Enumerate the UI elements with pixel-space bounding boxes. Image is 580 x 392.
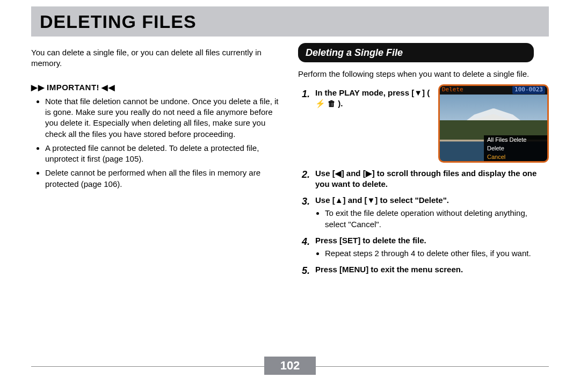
step-title: In the PLAY mode, press [▼] ( ⚡ 🗑 ). [315, 88, 431, 110]
section-intro: Perform the following steps when you wan… [298, 69, 549, 79]
step-number: 5. [298, 264, 310, 277]
step-number: 3. [298, 195, 310, 230]
content-columns: You can delete a single file, or you can… [31, 43, 549, 357]
screenshot-counter: 100-0023 [512, 86, 545, 94]
chevron-right-icon: ▶▶ [31, 82, 45, 93]
list-item: A protected file cannot be deleted. To d… [45, 143, 282, 165]
camera-screenshot: Delete 100-0023 All Files Delete Delete … [438, 84, 549, 163]
step-1: 1. In the PLAY mode, press [▼] ( ⚡ 🗑 ). … [298, 88, 549, 163]
list-item: Note that file deletion cannot be undone… [45, 96, 282, 140]
step-2: 2. Use [◀] and [▶] to scroll through fil… [298, 168, 549, 190]
important-heading: ▶▶ IMPORTANT! ◀◀ [31, 82, 282, 93]
screenshot-top-bar: Delete 100-0023 [440, 86, 547, 95]
step-title: Use [▲] and [▼] to select "Delete". [315, 195, 549, 206]
step-4: 4. Press [SET] to delete the file. Repea… [298, 235, 549, 259]
screenshot-menu: All Files Delete Delete Cancel [484, 135, 547, 161]
section-heading: Deleting a Single File [298, 43, 534, 62]
step-title: Press [MENU] to exit the menu screen. [315, 264, 549, 275]
menu-item-all-files-delete: All Files Delete [484, 135, 547, 144]
step-3: 3. Use [▲] and [▼] to select "Delete". T… [298, 195, 549, 230]
list-item: Delete cannot be performed when all the … [45, 168, 282, 190]
list-item: To exit the file delete operation withou… [325, 208, 549, 230]
step-title: Press [SET] to delete the file. [315, 235, 549, 246]
important-list: Note that file deletion cannot be undone… [45, 96, 282, 190]
step-sublist: To exit the file delete operation withou… [325, 208, 549, 230]
screenshot-mode-label: Delete [442, 86, 463, 94]
important-label: IMPORTANT! [47, 82, 99, 93]
right-column: Deleting a Single File Perform the follo… [298, 43, 549, 357]
step-5: 5. Press [MENU] to exit the menu screen. [298, 264, 549, 277]
page-number: 102 [264, 357, 316, 375]
list-item: Repeat steps 2 through 4 to delete other… [325, 248, 549, 259]
step-title: Use [◀] and [▶] to scroll through files … [315, 168, 549, 190]
page-title: DELETING FILES [40, 11, 197, 32]
menu-item-delete: Delete [484, 144, 547, 153]
step-sublist: Repeat steps 2 through 4 to delete other… [325, 248, 549, 259]
step-number: 4. [298, 235, 310, 259]
menu-item-cancel: Cancel [484, 153, 547, 161]
intro-text: You can delete a single file, or you can… [31, 47, 282, 69]
step-number: 1. [298, 88, 310, 163]
chevron-left-icon: ◀◀ [102, 82, 115, 93]
step-number: 2. [298, 168, 310, 190]
title-bar: DELETING FILES [31, 6, 549, 37]
left-column: You can delete a single file, or you can… [31, 43, 282, 357]
page-footer: 102 [31, 357, 549, 375]
manual-page: DELETING FILES You can delete a single f… [0, 0, 580, 392]
